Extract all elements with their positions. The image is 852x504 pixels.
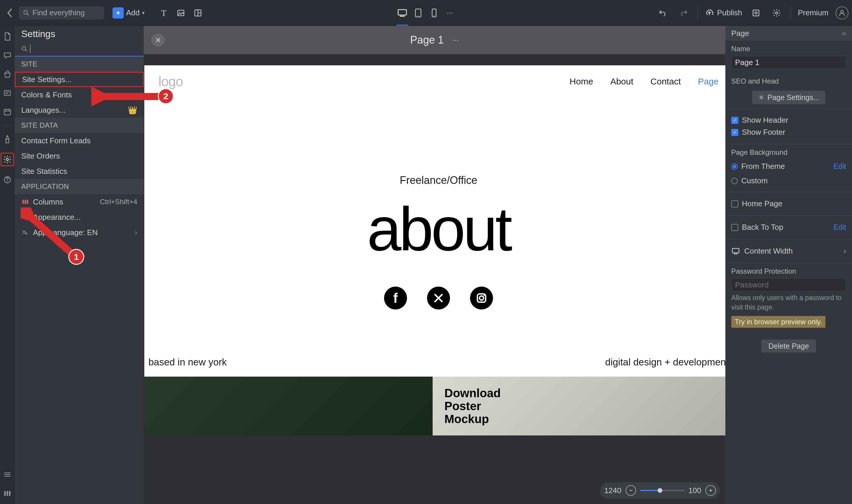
zoom-out-button[interactable] bbox=[626, 485, 636, 496]
menu-appearance[interactable]: Appearance... bbox=[15, 210, 144, 225]
search-input[interactable]: Find everything bbox=[19, 6, 104, 19]
menu-app-language[interactable]: 文A App Language: EN › bbox=[15, 225, 144, 240]
user-avatar[interactable] bbox=[835, 6, 849, 19]
rail-columns-icon[interactable] bbox=[2, 488, 13, 499]
rail-calendar-icon[interactable] bbox=[2, 107, 13, 117]
device-tablet[interactable] bbox=[411, 5, 425, 20]
publish-label: Publish bbox=[717, 8, 742, 17]
info-left[interactable]: based in new york bbox=[149, 357, 227, 368]
chevron-right-icon: › bbox=[135, 228, 137, 237]
text-tool[interactable]: T bbox=[157, 6, 171, 20]
canvas-page[interactable]: logo Home About Contact Page Freelance/O… bbox=[144, 65, 725, 435]
nav-home[interactable]: Home bbox=[570, 76, 593, 87]
rail-pages-icon[interactable] bbox=[2, 31, 13, 42]
svg-point-46 bbox=[480, 296, 484, 300]
content-width-row[interactable]: Content Width › bbox=[731, 246, 846, 256]
radio-icon bbox=[731, 178, 738, 184]
svg-rect-15 bbox=[753, 10, 759, 16]
menu-languages[interactable]: Languages...👑 bbox=[15, 102, 144, 118]
device-mobile[interactable] bbox=[427, 5, 441, 20]
bg-from-theme-radio[interactable]: From Theme bbox=[731, 162, 785, 171]
nav-about[interactable]: About bbox=[610, 76, 633, 87]
poster-image-1[interactable] bbox=[144, 377, 433, 435]
menu-label: App Language: EN bbox=[33, 228, 98, 237]
page-name-input[interactable] bbox=[731, 56, 846, 69]
left-sidebar-rail bbox=[0, 26, 15, 504]
svg-rect-33 bbox=[7, 491, 8, 496]
hero-subtitle[interactable]: Freelance/Office bbox=[144, 174, 725, 186]
back-button[interactable] bbox=[3, 7, 15, 19]
info-right[interactable]: digital design + development bbox=[605, 357, 725, 368]
instagram-icon[interactable] bbox=[470, 287, 493, 309]
toolbar-divider bbox=[697, 6, 698, 20]
delete-page-button[interactable]: Delete Page bbox=[761, 340, 816, 353]
more-page-options[interactable]: ··· bbox=[452, 35, 459, 45]
menu-colors-fonts[interactable]: Colors & Fonts› bbox=[15, 87, 144, 102]
svg-rect-32 bbox=[4, 491, 6, 496]
section-header-sitedata: SITE DATA bbox=[15, 118, 144, 133]
svg-point-17 bbox=[776, 12, 778, 14]
settings-search[interactable] bbox=[15, 42, 144, 56]
svg-point-18 bbox=[841, 10, 844, 13]
home-page-checkbox[interactable]: Home Page bbox=[731, 199, 846, 208]
svg-line-1 bbox=[27, 14, 29, 15]
device-desktop[interactable] bbox=[395, 5, 410, 20]
btt-edit-link[interactable]: Edit bbox=[833, 223, 846, 232]
settings-gear-icon[interactable] bbox=[770, 6, 783, 20]
rail-theme-icon[interactable] bbox=[2, 134, 13, 144]
image-tool[interactable] bbox=[174, 6, 188, 20]
rail-settings-icon[interactable] bbox=[1, 153, 14, 166]
rail-help-icon[interactable] bbox=[2, 175, 13, 185]
menu-site-settings[interactable]: Site Settings... bbox=[15, 72, 144, 87]
svg-point-16 bbox=[755, 12, 757, 14]
zoom-in-button[interactable] bbox=[705, 485, 716, 496]
page-settings-button[interactable]: Page Settings... bbox=[752, 91, 825, 104]
facebook-icon[interactable]: f bbox=[384, 287, 407, 309]
undo-button[interactable] bbox=[656, 6, 670, 20]
menu-contact-leads[interactable]: Contact Form Leads bbox=[15, 133, 144, 148]
add-label[interactable]: Add bbox=[126, 8, 140, 17]
layout-tool[interactable] bbox=[191, 6, 205, 20]
menu-label: Contact Form Leads bbox=[21, 136, 91, 145]
show-footer-checkbox[interactable]: ✓Show Footer bbox=[731, 128, 846, 137]
nav-page[interactable]: Page bbox=[698, 76, 718, 87]
site-logo[interactable]: logo bbox=[158, 74, 183, 89]
svg-point-0 bbox=[24, 10, 28, 14]
svg-rect-38 bbox=[25, 200, 26, 204]
expand-icon[interactable]: » bbox=[842, 29, 846, 38]
hero-headline[interactable]: about bbox=[144, 198, 725, 260]
menu-site-orders[interactable]: Site Orders bbox=[15, 148, 144, 164]
rail-list-icon[interactable] bbox=[2, 469, 13, 480]
password-input[interactable] bbox=[731, 278, 846, 291]
zoom-control: 1240 100 bbox=[600, 482, 720, 499]
bg-edit-link[interactable]: Edit bbox=[833, 162, 846, 170]
show-header-checkbox[interactable]: ✓Show Header bbox=[731, 115, 846, 125]
premium-label[interactable]: Premium bbox=[798, 8, 829, 17]
preview-button[interactable] bbox=[749, 6, 763, 20]
publish-button[interactable]: Publish bbox=[705, 8, 742, 17]
menu-label: Colors & Fonts bbox=[21, 90, 72, 100]
translate-icon: 文A bbox=[21, 229, 30, 236]
close-panel-button[interactable] bbox=[151, 33, 165, 47]
add-button[interactable]: + bbox=[112, 7, 124, 19]
rail-blog-icon[interactable] bbox=[2, 88, 13, 98]
poster-image-2[interactable]: Download Poster Mockup bbox=[433, 377, 725, 435]
menu-site-statistics[interactable]: Site Statistics bbox=[15, 164, 144, 179]
x-icon[interactable] bbox=[427, 287, 450, 309]
more-devices[interactable]: ··· bbox=[442, 5, 457, 20]
zoom-slider[interactable] bbox=[640, 490, 684, 491]
upload-cloud-icon bbox=[705, 9, 714, 17]
section-header-site: SITE bbox=[15, 56, 144, 72]
chevron-right-icon: › bbox=[135, 90, 137, 100]
rail-chat-icon[interactable] bbox=[2, 50, 13, 60]
bg-custom-radio[interactable]: Custom bbox=[731, 176, 846, 185]
back-to-top-checkbox[interactable]: Back To Top bbox=[731, 223, 783, 232]
rail-shop-icon[interactable] bbox=[2, 69, 13, 79]
menu-label: Site Statistics bbox=[21, 167, 67, 176]
check-icon bbox=[731, 200, 738, 208]
svg-point-26 bbox=[6, 158, 8, 161]
nav-contact[interactable]: Contact bbox=[650, 76, 681, 87]
redo-button[interactable] bbox=[677, 6, 690, 20]
social-links: f bbox=[144, 287, 725, 309]
menu-columns[interactable]: Columns Ctrl+Shift+4 bbox=[15, 194, 144, 210]
